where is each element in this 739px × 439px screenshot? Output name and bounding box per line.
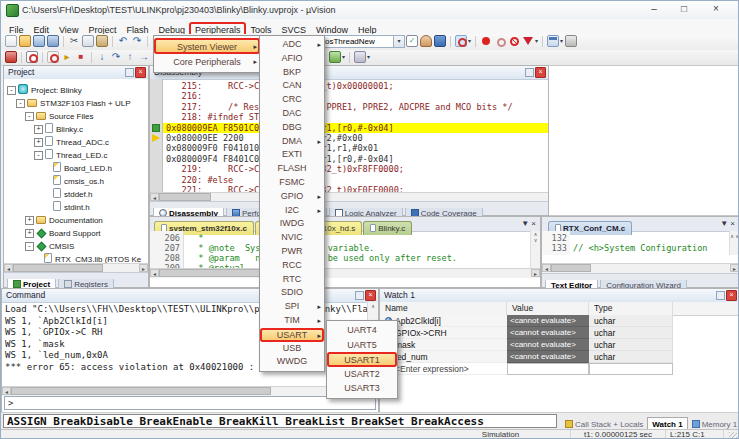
- project-tree[interactable]: -Project: Blinky-STM32F103 Flash + ULP-S…: [4, 79, 148, 268]
- analysis-window-icon-dropdown[interactable]: ▾: [367, 53, 370, 60]
- menu-item-adc[interactable]: ADC▸: [260, 38, 324, 52]
- scroll-right-icon[interactable]: ▸: [139, 264, 148, 272]
- menu-item-dac[interactable]: DAC: [260, 107, 324, 121]
- watch-row[interactable]: GPIOx->CRH<cannot evaluate>uchar: [380, 327, 739, 339]
- editor-code[interactable]: * * @note SystemCoreClock variable. * @p…: [188, 231, 530, 269]
- tools-icon[interactable]: [565, 35, 577, 47]
- menu-item-core-peripherals[interactable]: Core Peripherals▸: [154, 54, 260, 70]
- step-out-icon[interactable]: ↑: [124, 51, 136, 63]
- editor-tab-controls[interactable]: ▼ ×: [521, 219, 536, 228]
- close-icon[interactable]: ×: [726, 290, 737, 301]
- minimize-button[interactable]: –: [642, 2, 666, 17]
- tree-item-stm32f103-flash-ulp[interactable]: -STM32F103 Flash + ULP: [4, 97, 148, 110]
- watch-name-cell[interactable]: mask: [380, 339, 507, 351]
- menu-item-afio[interactable]: AFIO: [260, 52, 324, 66]
- scroll-left-icon[interactable]: ◂: [150, 193, 159, 201]
- menu-item-exti[interactable]: EXTI: [260, 148, 324, 162]
- menu-item-dbg[interactable]: DBG: [260, 121, 324, 135]
- menu-item-wwdg[interactable]: WWDG: [260, 355, 324, 369]
- scroll-thumb[interactable]: [551, 264, 591, 272]
- menu-item-sdio[interactable]: SDIO: [260, 286, 324, 300]
- watch-name-cell[interactable]: GPIOx->CRH: [380, 327, 507, 339]
- tree-item-project-blinky[interactable]: -Project: Blinky: [4, 84, 148, 97]
- tree-item-documentation[interactable]: +Documentation: [4, 214, 148, 227]
- watch-value-cell[interactable]: <cannot evaluate>: [507, 315, 589, 327]
- column-name[interactable]: Name: [380, 302, 507, 315]
- pin-icon[interactable]: [525, 68, 534, 77]
- tree-item-thread-led-c[interactable]: -Thread_LED.c: [4, 149, 148, 162]
- rtx-code[interactable]: // <h>System Configuration: [573, 231, 730, 257]
- tree-expander[interactable]: -: [7, 86, 16, 95]
- menu-item-tim[interactable]: TIM▸: [260, 314, 324, 328]
- reset-icon[interactable]: [47, 51, 59, 63]
- debug-session-icon[interactable]: [26, 51, 38, 63]
- menu-item-fsmc[interactable]: FSMC: [260, 176, 324, 190]
- paste-icon[interactable]: [96, 35, 108, 47]
- tree-item-board-led-h[interactable]: Board_LED.h: [4, 162, 148, 175]
- close-button[interactable]: ×: [704, 2, 728, 17]
- menu-item-usart2[interactable]: USART2: [327, 367, 397, 382]
- serial-window-icon[interactable]: [329, 51, 341, 63]
- watch-row[interactable]: Apb2ClkId[i]<cannot evaluate>uchar: [380, 315, 739, 327]
- watch-name-cell[interactable]: Apb2ClkId[i]: [380, 315, 507, 327]
- menu-item-uart5[interactable]: UART5: [327, 338, 397, 353]
- scroll-thumb[interactable]: [159, 193, 211, 201]
- tree-expander[interactable]: +: [34, 125, 43, 134]
- run-icon[interactable]: ▸: [61, 51, 73, 63]
- rtx-hscrollbar[interactable]: ◂▸: [542, 263, 739, 273]
- tree-expander[interactable]: -: [16, 99, 25, 108]
- menu-item-gpio[interactable]: GPIO▸: [260, 190, 324, 204]
- copy-icon[interactable]: [82, 35, 94, 47]
- analysis-window-icon[interactable]: [354, 51, 366, 63]
- scroll-left-icon[interactable]: ◂: [150, 269, 159, 277]
- close-icon[interactable]: ×: [365, 290, 376, 301]
- scroll-left-icon[interactable]: ◂: [2, 387, 11, 395]
- scroll-thumb[interactable]: [11, 387, 271, 395]
- redo-icon[interactable]: ↷: [131, 35, 143, 47]
- menu-item-flash[interactable]: FLASH: [260, 162, 324, 176]
- undo-icon[interactable]: ↶: [117, 35, 129, 47]
- serial-window-icon-dropdown[interactable]: ▾: [342, 53, 345, 60]
- breakpoint-filter-icon-dropdown[interactable]: ▾: [535, 37, 538, 44]
- menu-item-uart4[interactable]: UART4: [327, 323, 397, 338]
- tree-item-stdint-h[interactable]: stdint.h: [4, 201, 148, 214]
- watch-value-cell[interactable]: [507, 363, 589, 375]
- save-all-icon[interactable]: [47, 35, 59, 47]
- tree-item-source-files[interactable]: -Source Files: [4, 110, 148, 123]
- chevron-down-icon[interactable]: ▾: [393, 36, 404, 47]
- pin-icon[interactable]: [125, 68, 134, 77]
- new-file-icon[interactable]: [5, 35, 17, 47]
- menu-item-usb[interactable]: USB: [260, 342, 324, 356]
- cut-icon[interactable]: ✂: [68, 35, 80, 47]
- run-to-line-icon[interactable]: →: [138, 51, 150, 63]
- watch-row[interactable]: <Enter expression>: [380, 363, 739, 375]
- scroll-left-icon[interactable]: ◂: [542, 264, 551, 272]
- tree-item-cmsis[interactable]: -CMSIS: [4, 240, 148, 253]
- editor-vscrollbar[interactable]: ∧∨: [530, 231, 540, 269]
- tree-expander[interactable]: -: [25, 112, 34, 121]
- watch-row[interactable]: led_num<cannot evaluate>uchar: [380, 351, 739, 363]
- tree-expander[interactable]: +: [34, 138, 43, 147]
- tree-item-thread-adc-c[interactable]: +Thread_ADC.c: [4, 136, 148, 149]
- flag-icon[interactable]: [434, 35, 446, 47]
- disassembly-code[interactable]: 215: RCC->CR |= (uint32_t)0x00000001; 21…: [163, 79, 548, 193]
- menu-item-system-viewer[interactable]: System Viewer▸: [154, 38, 260, 54]
- watch-row[interactable]: mask<cannot evaluate>uchar: [380, 339, 739, 351]
- watch-name-cell[interactable]: <Enter expression>: [380, 363, 507, 375]
- menu-item-crc[interactable]: CRC: [260, 93, 324, 107]
- save-icon[interactable]: [33, 35, 45, 47]
- tree-expander[interactable]: +: [25, 229, 34, 238]
- open-folder-icon[interactable]: [19, 35, 31, 47]
- menu-item-can[interactable]: CAN: [260, 79, 324, 93]
- rtx-tab-controls[interactable]: ▼ ×: [720, 219, 735, 228]
- find-icon-dropdown[interactable]: ▾: [468, 37, 471, 44]
- window-layout-icon[interactable]: [547, 35, 559, 47]
- maximize-button[interactable]: □: [672, 2, 696, 17]
- menu-item-pwr[interactable]: PWR: [260, 245, 324, 259]
- menu-item-usart[interactable]: USART▸: [260, 328, 324, 342]
- pin-icon[interactable]: [716, 291, 725, 300]
- scroll-thumb[interactable]: [13, 264, 103, 272]
- menu-item-i2c[interactable]: I2C▸: [260, 204, 324, 218]
- menu-item-dma[interactable]: DMA▸: [260, 135, 324, 149]
- function-combo[interactable]: osThreadNew▾: [321, 35, 405, 48]
